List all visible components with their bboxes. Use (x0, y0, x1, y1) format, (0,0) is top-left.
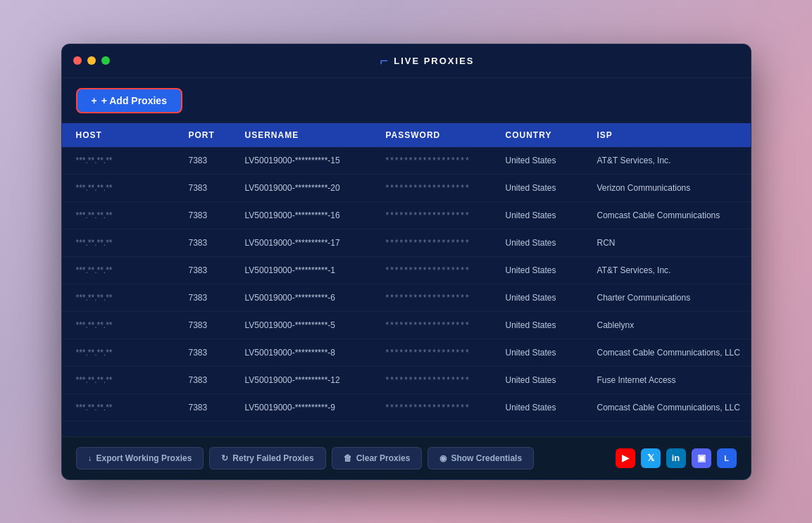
table-row[interactable]: ***.**.**.** 7383 LV50019000-**********-… (62, 257, 751, 284)
table-body[interactable]: ***.**.**.** 7383 LV50019000-**********-… (62, 147, 751, 436)
minimize-button[interactable] (87, 56, 96, 65)
table-row[interactable]: ***.**.**.** 7383 LV50019000-**********-… (62, 367, 751, 394)
cell-host: ***.**.**.** (76, 183, 189, 193)
cell-isp: Comcast Cable Communications, LLC (597, 348, 751, 358)
cell-username: LV50019000-**********-8 (245, 348, 386, 358)
trash-icon: 🗑 (344, 453, 352, 463)
cell-country: United States (506, 210, 597, 220)
logo-area: ⌐ LIVE PROXIES (115, 53, 739, 69)
cell-password: ****************** (386, 293, 506, 303)
cell-port: 7383 (189, 238, 245, 248)
cell-isp: AT&T Services, Inc. (597, 156, 751, 165)
cell-port: 7383 (189, 293, 245, 303)
cell-host: ***.**.**.** (76, 403, 189, 412)
cell-password: ****************** (386, 375, 506, 385)
credentials-label: Show Credentials (451, 453, 522, 463)
youtube-icon[interactable]: ▶ (616, 448, 635, 468)
retry-failed-proxies-button[interactable]: ↻ Retry Failed Proxies (209, 447, 325, 470)
logo-icon: ⌐ (380, 53, 389, 69)
cell-username: LV50019000-**********-1 (245, 265, 386, 275)
cell-username: LV50019000-**********-6 (245, 293, 386, 303)
cell-isp: Comcast Cable Communications (597, 210, 751, 220)
cell-country: United States (506, 293, 597, 303)
cell-isp: RCN (597, 238, 751, 248)
cell-host: ***.**.**.** (76, 348, 189, 358)
cell-country: United States (506, 320, 597, 330)
table-row[interactable]: ***.**.**.** 7383 LV50019000-**********-… (62, 202, 751, 229)
cell-isp: Fuse Internet Access (597, 375, 751, 385)
app-window: ⌐ LIVE PROXIES + + Add Proxies HOST PORT… (61, 44, 751, 480)
show-credentials-button[interactable]: ◉ Show Credentials (427, 447, 534, 470)
cell-port: 7383 (189, 348, 245, 358)
table-row[interactable]: ***.**.**.** 7383 LV50019000-**********-… (62, 284, 751, 312)
col-port: PORT (189, 130, 245, 140)
footer: ↓ Export Working Proxies ↻ Retry Failed … (62, 436, 751, 479)
cell-country: United States (506, 348, 597, 358)
eye-icon: ◉ (439, 453, 446, 463)
col-username: USERNAME (245, 130, 386, 140)
cell-username: LV50019000-**********-20 (245, 183, 386, 193)
col-country: COUNTRY (506, 130, 597, 140)
cell-port: 7383 (189, 183, 245, 193)
titlebar: ⌐ LIVE PROXIES (62, 44, 751, 78)
social-icons: ▶ 𝕏 in ▣ L (616, 448, 737, 468)
col-isp: ISP (597, 130, 751, 140)
table-row[interactable]: ***.**.**.** 7383 LV50019000-**********-… (62, 175, 751, 202)
add-proxies-button[interactable]: + + Add Proxies (76, 88, 182, 113)
table-row[interactable]: ***.**.**.** 7383 LV50019000-**********-… (62, 312, 751, 339)
cell-password: ****************** (386, 156, 506, 165)
table-row[interactable]: ***.**.**.** 7383 LV50019000-**********-… (62, 147, 751, 175)
cell-port: 7383 (189, 320, 245, 330)
cell-password: ****************** (386, 210, 506, 220)
cell-country: United States (506, 265, 597, 275)
cell-password: ****************** (386, 403, 506, 412)
retry-label: Retry Failed Proxies (232, 453, 313, 463)
cell-port: 7383 (189, 210, 245, 220)
proxy-table: HOST PORT USERNAME PASSWORD COUNTRY ISP … (62, 123, 751, 436)
toolbar: + + Add Proxies (62, 78, 751, 123)
cell-host: ***.**.**.** (76, 320, 189, 330)
cell-password: ****************** (386, 238, 506, 248)
close-button[interactable] (73, 56, 82, 65)
cell-password: ****************** (386, 183, 506, 193)
col-password: PASSWORD (386, 130, 506, 140)
content-area: + + Add Proxies HOST PORT USERNAME PASSW… (62, 78, 751, 479)
cell-country: United States (506, 375, 597, 385)
download-icon: ↓ (88, 453, 92, 463)
cell-username: LV50019000-**********-5 (245, 320, 386, 330)
cell-host: ***.**.**.** (76, 210, 189, 220)
cell-username: LV50019000-**********-12 (245, 375, 386, 385)
cell-country: United States (506, 183, 597, 193)
app-title: LIVE PROXIES (394, 56, 474, 66)
plus-icon: + (92, 95, 97, 106)
clear-label: Clear Proxies (356, 453, 411, 463)
table-row[interactable]: ***.**.**.** 7383 LV50019000-**********-… (62, 339, 751, 367)
discord-icon[interactable]: ▣ (692, 448, 711, 468)
cell-country: United States (506, 156, 597, 165)
export-working-proxies-button[interactable]: ↓ Export Working Proxies (76, 447, 204, 470)
twitter-icon[interactable]: 𝕏 (641, 448, 661, 468)
cell-host: ***.**.**.** (76, 265, 189, 275)
table-row[interactable]: ***.**.**.** 7383 LV50019000-**********-… (62, 394, 751, 422)
cell-isp: Charter Communications (597, 293, 751, 303)
export-label: Export Working Proxies (96, 453, 192, 463)
cell-port: 7383 (189, 375, 245, 385)
linkedin-icon[interactable]: in (666, 448, 686, 468)
cell-username: LV50019000-**********-15 (245, 156, 386, 165)
maximize-button[interactable] (101, 56, 110, 65)
cell-password: ****************** (386, 320, 506, 330)
table-header: HOST PORT USERNAME PASSWORD COUNTRY ISP … (62, 123, 751, 147)
cell-password: ****************** (386, 348, 506, 358)
col-host: HOST (76, 130, 189, 140)
cell-host: ***.**.**.** (76, 293, 189, 303)
cell-host: ***.**.**.** (76, 156, 189, 165)
clear-proxies-button[interactable]: 🗑 Clear Proxies (332, 447, 423, 470)
cell-host: ***.**.**.** (76, 238, 189, 248)
cell-username: LV50019000-**********-16 (245, 210, 386, 220)
cell-isp: Cablelynx (597, 320, 751, 330)
cell-host: ***.**.**.** (76, 375, 189, 385)
cell-username: LV50019000-**********-9 (245, 403, 386, 412)
liveproxies-icon[interactable]: L (717, 448, 737, 468)
table-row[interactable]: ***.**.**.** 7383 LV50019000-**********-… (62, 229, 751, 257)
cell-port: 7383 (189, 403, 245, 412)
